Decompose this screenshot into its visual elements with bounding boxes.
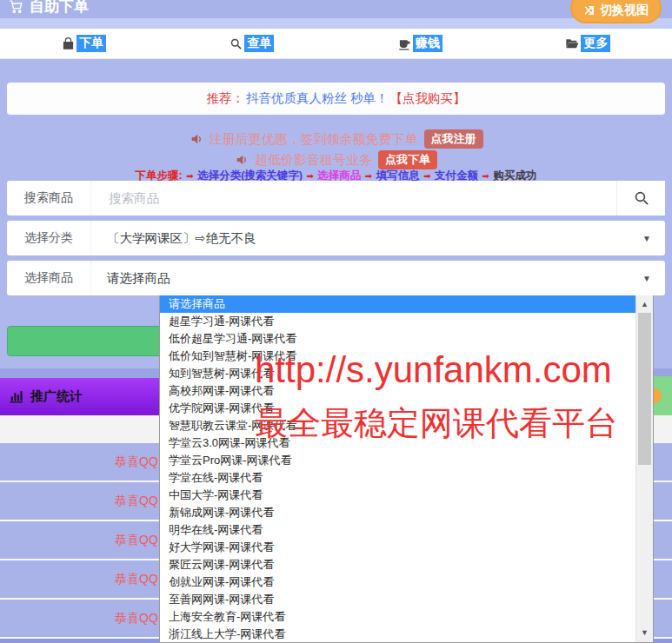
dropdown-option[interactable]: 学堂云Pro网课-网课代看 — [160, 452, 635, 469]
dropdown-option[interactable]: 上海安全教育-网课代看 — [160, 608, 635, 626]
promo-stats-label: 推广统计 — [30, 388, 83, 405]
dropdown-option[interactable]: 学堂在线-网课代看 — [160, 469, 635, 487]
product-dropdown-list: 请选择商品超星学习通-网课代看低价超星学习通-网课代看低价知到智慧树-网课代看知… — [160, 295, 635, 642]
arrow-icon: ➡ — [306, 171, 313, 181]
step-choose-product: 选择商品 — [317, 169, 361, 182]
product-label: 选择商品 — [7, 270, 90, 286]
page-title-text: 自助下单 — [30, 0, 89, 17]
category-label: 选择分类 — [7, 230, 90, 246]
notice-register-text: 注册后更优惠，签到领余额免费下单 — [210, 131, 418, 148]
scroll-down-icon[interactable]: ▼ — [636, 626, 653, 640]
scroll-up-icon[interactable]: ▲ — [636, 297, 653, 311]
dropdown-option[interactable]: 超星学习通-网课代看 — [160, 313, 635, 330]
magnifier-icon — [230, 37, 243, 50]
product-selected-value: 请选择商品 — [107, 270, 170, 287]
shopping-bag-icon — [62, 37, 75, 50]
notice-rental-text: 超低价影音租号业务 — [255, 152, 372, 169]
announcement-text: 恭喜QQ — [115, 454, 158, 470]
step-choose-category: 选择分类(搜索关键字) — [197, 169, 303, 182]
search-field-wrap — [90, 181, 616, 215]
dropdown-option[interactable]: 至善网网课-网课代看 — [160, 591, 635, 608]
switch-view-button[interactable]: 切换视图 — [570, 0, 662, 23]
chevron-down-icon: ▼ — [642, 234, 651, 243]
announcement-text: 恭喜QQ — [115, 494, 158, 509]
arrow-icon: ➡ — [482, 171, 489, 181]
search-input[interactable] — [107, 190, 595, 206]
dropdown-option[interactable]: 低价超星学习通-网课代看 — [160, 330, 635, 348]
search-label: 搜索商品 — [7, 190, 90, 206]
dropdown-option[interactable]: 聚匠云网课-网课代看 — [160, 556, 635, 573]
nav-bar: 下单 查单 赚钱 更多 — [0, 29, 672, 59]
dropdown-option[interactable]: 好大学网课-网课代看 — [160, 539, 635, 556]
product-dropdown: 请选择商品超星学习通-网课代看低价超星学习通-网课代看低价知到智慧树-网课代看知… — [159, 295, 654, 643]
arrow-icon: ➡ — [186, 171, 193, 181]
search-button[interactable] — [616, 181, 665, 215]
category-selected-value: 〔大学网课区〕⇨绝无不良 — [107, 230, 256, 247]
recommendation-banner: 推荐： 抖音优质真人粉丝 秒单！ 【点我购买】 — [7, 83, 665, 115]
nav-item-query[interactable]: 查单 — [168, 29, 336, 58]
notice-register: 注册后更优惠，签到领余额免费下单 点我注册 — [0, 129, 672, 149]
step-pay: 支付金额 — [435, 169, 478, 182]
switch-view-label: 切换视图 — [600, 3, 649, 18]
speaker-icon — [190, 132, 203, 146]
search-row: 搜索商品 — [7, 181, 665, 215]
page-title: 自助下单 — [9, 0, 89, 17]
announcement-text: 恭喜QQ — [115, 572, 158, 587]
product-row: 选择商品 请选择商品 ▼ — [7, 261, 665, 295]
watermark-url: http://s.yunfankm.com — [255, 349, 612, 391]
nav-label-query: 查单 — [244, 35, 274, 52]
dropdown-scrollbar[interactable]: ▲ ▼ — [635, 295, 653, 642]
folder-open-icon — [565, 36, 579, 50]
chevron-down-icon: ▼ — [642, 274, 651, 283]
banner-text: 抖音优质真人粉丝 秒单！ — [246, 90, 389, 107]
category-select[interactable]: 〔大学网课区〕⇨绝无不良 ▼ — [90, 221, 665, 255]
banner-prefix: 推荐： — [206, 90, 244, 107]
announcement-text: 恭喜QQ — [115, 533, 158, 548]
scrollbar-thumb[interactable] — [638, 313, 651, 465]
nav-label-earn: 赚钱 — [413, 35, 442, 52]
dropdown-option[interactable]: 新锦成网课-网课代看 — [160, 504, 635, 521]
steps-label: 下单步骤: — [136, 169, 183, 182]
cart-icon — [9, 0, 23, 14]
dropdown-option[interactable]: 创就业网课-网课代看 — [160, 573, 635, 591]
order-now-button[interactable]: 点我下单 — [378, 150, 437, 169]
banner-buy-link[interactable]: 【点我购买】 — [390, 90, 466, 107]
dropdown-option[interactable]: 浙江线上大学-网课代看 — [160, 626, 635, 642]
arrow-icon: ➡ — [423, 171, 430, 181]
nav-label-order: 下单 — [77, 35, 106, 52]
self-order-page: 自助下单 切换视图 下单 查单 — [0, 0, 672, 643]
dropdown-option[interactable]: 中国大学-网课代看 — [160, 487, 635, 504]
arrow-icon: ➡ — [365, 171, 372, 181]
notice-rental: 超低价影音租号业务 点我下单 — [0, 149, 672, 170]
step-success: 购买成功 — [493, 169, 536, 182]
dropdown-option[interactable]: 明华在线-网课代看 — [160, 521, 635, 539]
register-button[interactable]: 点我注册 — [424, 129, 483, 149]
nav-label-more: 更多 — [581, 35, 610, 52]
magnifier-icon — [634, 190, 649, 206]
coffee-cup-icon — [398, 37, 411, 50]
nav-item-more[interactable]: 更多 — [504, 29, 672, 58]
announcement-text: 恭喜QQ — [115, 611, 158, 626]
shuffle-arrows-icon — [583, 4, 595, 17]
dropdown-option[interactable]: 请选择商品 — [160, 295, 635, 313]
step-fill-info: 填写信息 — [376, 169, 420, 182]
nav-item-earn[interactable]: 赚钱 — [336, 29, 504, 58]
bar-chart-icon — [9, 389, 23, 404]
category-row: 选择分类 〔大学网课区〕⇨绝无不良 ▼ — [7, 221, 665, 255]
nav-item-order[interactable]: 下单 — [0, 29, 168, 58]
watermark-slogan: 最全最稳定网课代看平台 — [255, 401, 618, 446]
product-select[interactable]: 请选择商品 ▼ — [90, 261, 665, 295]
speaker-icon — [235, 153, 249, 167]
